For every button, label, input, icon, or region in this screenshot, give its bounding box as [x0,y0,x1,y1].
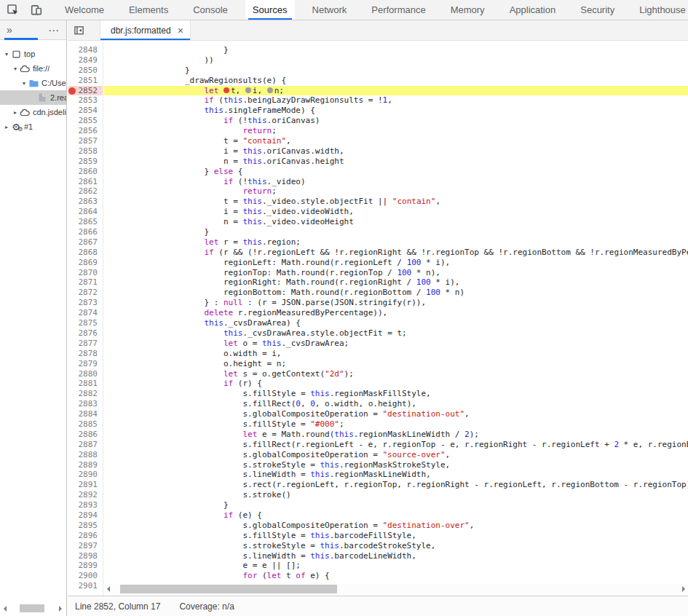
line-number[interactable]: 2849 [68,55,103,66]
code-line-2898[interactable]: s.lineWidth = this.barcodeLineWidth, [104,551,688,561]
main-tab-network[interactable]: Network [305,0,355,20]
code-line-2885[interactable]: s.fillStyle = "#000"; [104,419,688,430]
line-number[interactable]: 2883 [68,399,103,409]
code-line-2876[interactable]: this._cvsDrawArea.style.objectFit = t; [104,328,688,339]
line-number[interactable]: 2864 [68,207,103,217]
code-line-2867[interactable]: let r = this.region; [104,237,688,248]
line-number[interactable]: 2885 [68,419,103,430]
expander-open-icon[interactable]: ▾ [20,80,28,87]
tree-item-c-users[interactable]: ▾C:/Users [0,76,66,90]
line-number[interactable]: 2857 [68,136,103,146]
line-number[interactable]: 2870 [68,268,103,278]
line-number[interactable]: 2893 [68,500,103,510]
code-line-2874[interactable]: delete r.regionMeasuredByPercentage)), [104,308,688,318]
scroll-right-icon[interactable] [59,606,65,612]
inline-breakpoint-active-icon[interactable] [224,87,229,93]
tree-item-top[interactable]: ▾top [0,47,66,61]
line-number[interactable]: 2853 [68,95,103,106]
inline-breakpoint-candidate-icon[interactable] [245,87,251,93]
code-line-2891[interactable]: s.rect(r.regionLeft, r.regionTop, r.regi… [104,480,688,490]
expander-open-icon[interactable]: ▾ [12,66,19,72]
code-line-2880[interactable]: let s = o.getContext("2d"); [104,369,688,379]
line-number[interactable]: 2894 [68,510,103,521]
code-line-2872[interactable]: regionBottom: Math.round(r.regionBottom … [104,288,688,298]
code-line-2865[interactable]: n = this._video.videoHeight [104,217,688,227]
line-number[interactable]: 2867 [68,237,103,248]
line-number[interactable]: 2873 [68,298,103,308]
code-line-2889[interactable]: s.strokeStyle = this.regionMaskStrokeSty… [104,460,688,470]
main-tab-sources[interactable]: Sources [245,0,295,20]
close-tab-icon[interactable]: × [178,25,183,36]
code-line-2883[interactable]: s.fillRect(0, 0, o.width, o.height), [104,399,688,409]
breakpoint-dot-icon[interactable] [68,87,76,95]
line-number[interactable]: 2897 [68,541,103,551]
line-number-gutter[interactable]: 2848284928502851285228532854285528562857… [68,41,103,596]
code-line-2860[interactable]: } else { [104,167,688,177]
code-line-2886[interactable]: let e = Math.round(this.regionMaskLineWi… [104,430,688,440]
code-line-2855[interactable]: if (!this.oriCanvas) [104,116,688,126]
code-line-2863[interactable]: t = this._video.style.objectFit || "cont… [104,197,688,207]
code-line-2854[interactable]: this.singleFrameMode) { [104,106,688,116]
line-number[interactable]: 2861 [68,177,103,187]
code-line-2858[interactable]: i = this.oriCanvas.width, [104,146,688,157]
line-number[interactable]: 2895 [68,521,103,531]
scroll-left-icon[interactable] [104,586,110,592]
scroll-left-icon[interactable] [1,606,7,612]
line-number[interactable]: 2854 [68,106,103,116]
code-line-2888[interactable]: s.globalCompositeOperation = "source-ove… [104,450,688,460]
line-number[interactable]: 2863 [68,197,103,207]
main-tab-memory[interactable]: Memory [443,0,492,20]
line-number[interactable]: 2891 [68,480,103,490]
line-number[interactable]: 2855 [68,116,103,126]
line-number[interactable]: 2884 [68,409,103,419]
inspect-element-icon[interactable] [6,3,20,17]
line-number[interactable]: 2899 [68,561,103,571]
code-line-2890[interactable]: s.lineWidth = this.regionMaskLineWidth, [104,470,688,480]
code-line-2864[interactable]: i = this._video.videoWidth, [104,207,688,217]
line-number[interactable]: 2901 [68,581,103,591]
code-line-2879[interactable]: o.height = n; [104,359,688,369]
code-line-2900[interactable]: for (let t of e) { [104,571,688,581]
code-line-2884[interactable]: s.globalCompositeOperation = "destinatio… [104,409,688,419]
code-line-2881[interactable]: if (r) { [104,379,688,389]
code-line-2870[interactable]: regionTop: Math.round(r.regionTop / 100 … [104,268,688,278]
code-line-2856[interactable]: return; [104,126,688,136]
line-number[interactable]: 2875 [68,318,103,328]
expander-closed-icon[interactable]: ▸ [3,124,10,130]
tree-item-1[interactable]: ▸⚙⚙#1 [0,119,66,134]
inline-breakpoint-candidate-icon[interactable] [267,87,273,93]
line-number[interactable]: 2892 [68,490,103,500]
code-line-2859[interactable]: n = this.oriCanvas.height [104,157,688,167]
line-number[interactable]: 2886 [68,430,103,440]
hide-navigator-icon[interactable] [68,20,90,40]
code-line-2878[interactable]: o.width = i, [104,349,688,359]
line-number[interactable]: 2896 [68,531,103,541]
line-number[interactable]: 2862 [68,186,103,197]
line-number[interactable]: 2876 [68,328,103,339]
main-tab-lighthouse[interactable]: Lighthouse [632,0,688,20]
code-line-2887[interactable]: s.fillRect(r.regionLeft - e, r.regionTop… [104,440,688,450]
code-line-2851[interactable]: _drawRegionsults(e) { [104,76,688,86]
code-line-2871[interactable]: regionRight: Math.round(r.regionRight / … [104,277,688,288]
line-number[interactable]: 2859 [68,157,103,167]
code-line-2861[interactable]: if (!this._video) [104,177,688,187]
code-line-2862[interactable]: return; [104,186,688,197]
code-line-2892[interactable]: s.stroke() [104,490,688,500]
sidebar-scroll-thumb[interactable] [20,604,44,612]
line-number[interactable]: 2898 [68,551,103,561]
code-line-2882[interactable]: s.fillStyle = this.regionMaskFillStyle, [104,389,688,399]
main-tab-performance[interactable]: Performance [364,0,432,20]
code-line-2895[interactable]: s.globalCompositeOperation = "destinatio… [104,521,688,531]
code-line-2897[interactable]: s.strokeStyle = this.barcodeStrokeStyle, [104,541,688,551]
line-number[interactable]: 2877 [68,339,103,349]
line-number[interactable]: 2882 [68,389,103,399]
code-line-2848[interactable]: } [104,45,688,55]
line-number[interactable]: 2851 [68,76,103,86]
code-line-2868[interactable]: if (r && (!r.regionLeft && !r.regionRigh… [104,248,688,258]
line-number[interactable]: 2850 [68,66,103,76]
main-tab-security[interactable]: Security [573,0,622,20]
code-line-2852-paused[interactable]: let t, i, n; [104,86,688,96]
code-line-2894[interactable]: if (e) { [104,510,688,521]
code-line-2850[interactable]: } [104,66,688,76]
code-line-2896[interactable]: s.fillStyle = this.barcodeFillStyle, [104,531,688,541]
